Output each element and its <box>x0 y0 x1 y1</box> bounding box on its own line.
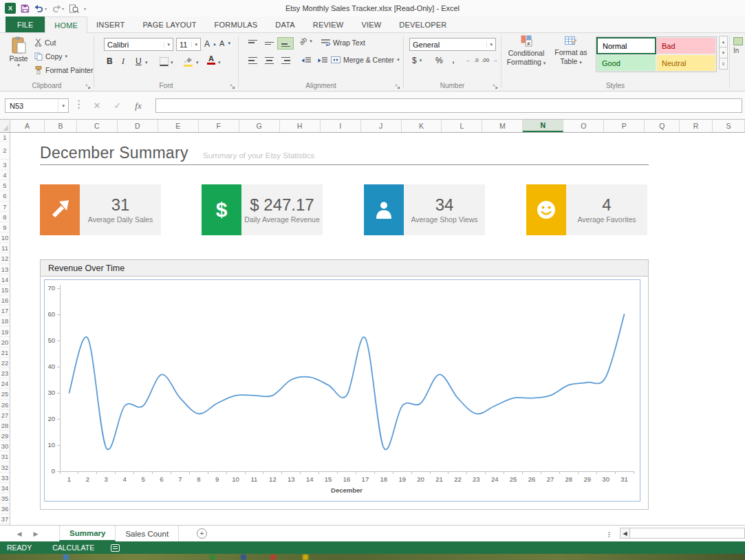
row-header-32[interactable]: 32 <box>0 462 10 473</box>
fill-color-button[interactable] <box>184 56 193 67</box>
paste-button[interactable]: Paste ▾ <box>6 36 32 68</box>
column-header-O[interactable]: O <box>563 120 604 132</box>
increase-decimal-button[interactable]: ←.0 <box>466 57 479 63</box>
formula-input[interactable] <box>155 98 742 113</box>
alignment-dialog-launcher-icon[interactable] <box>395 83 401 89</box>
save-button[interactable] <box>21 4 30 13</box>
row-header-4[interactable]: 4 <box>0 170 10 180</box>
scrollbar-track[interactable] <box>630 528 744 538</box>
row-header-26[interactable]: 26 <box>0 400 10 410</box>
shrink-font-button[interactable]: A▼ <box>219 39 231 47</box>
middle-align-button[interactable] <box>261 37 277 50</box>
bold-button[interactable]: B <box>107 56 113 66</box>
enter-button[interactable]: ✓ <box>109 98 127 113</box>
row-header-24[interactable]: 24 <box>0 378 10 389</box>
accounting-format-button[interactable]: $ ▾ <box>412 56 422 65</box>
row-header-28[interactable]: 28 <box>0 420 10 431</box>
font-color-button[interactable]: A <box>207 55 215 65</box>
format-painter-button[interactable]: Format Painter <box>34 66 93 74</box>
number-format-combo[interactable]: General▾ <box>409 38 496 51</box>
clipboard-dialog-launcher-icon[interactable] <box>85 83 91 89</box>
record-macro-icon[interactable] <box>111 544 120 552</box>
row-header-29[interactable]: 29 <box>0 431 10 441</box>
tab-insert[interactable]: INSERT <box>87 17 133 32</box>
undo-dropdown-icon[interactable]: ▾ <box>45 6 47 11</box>
align-right-button[interactable] <box>277 54 294 67</box>
row-header-21[interactable]: 21 <box>0 347 10 358</box>
formula-bar-splitter[interactable]: ••• <box>78 100 80 110</box>
row-header-10[interactable]: 10 <box>0 233 10 243</box>
row-header-1[interactable]: 1 <box>0 133 10 142</box>
column-header-B[interactable]: B <box>45 120 77 132</box>
undo-button[interactable]: ▾ <box>34 4 47 12</box>
conditional-formatting-button[interactable]: ≠ Conditional Formatting ▾ <box>504 35 548 67</box>
column-header-P[interactable]: P <box>604 120 645 132</box>
insert-function-button[interactable]: fx <box>129 98 147 113</box>
grow-font-button[interactable]: A▲ <box>204 39 217 49</box>
paste-dropdown-icon[interactable]: ▾ <box>17 63 20 68</box>
print-preview-button[interactable] <box>69 4 79 13</box>
new-sheet-button[interactable]: + <box>197 528 207 539</box>
row-header-14[interactable]: 14 <box>0 274 10 285</box>
italic-button[interactable]: I <box>122 56 125 67</box>
column-header-I[interactable]: I <box>321 120 361 132</box>
align-center-button[interactable] <box>261 54 277 67</box>
sheet-nav-right-icon[interactable]: ▶ <box>28 526 44 541</box>
row-header-17[interactable]: 17 <box>0 305 10 316</box>
copy-dropdown-icon[interactable]: ▾ <box>65 54 68 59</box>
font-color-dropdown-icon[interactable]: ▾ <box>218 60 221 65</box>
row-header-15[interactable]: 15 <box>0 285 10 295</box>
row-header-20[interactable]: 20 <box>0 337 10 347</box>
row-header-13[interactable]: 13 <box>0 264 10 274</box>
row-header-23[interactable]: 23 <box>0 368 10 378</box>
font-size-combo[interactable]: 11▾ <box>176 38 201 51</box>
customize-qat-icon[interactable]: ▾ <box>84 6 86 11</box>
tab-developer[interactable]: DEVELOPER <box>390 17 455 32</box>
column-header-S[interactable]: S <box>713 120 745 132</box>
cell-style-bad[interactable]: Bad <box>656 37 716 54</box>
percent-style-button[interactable]: % <box>435 56 443 65</box>
row-header-16[interactable]: 16 <box>0 295 10 305</box>
sheet-nav-left-icon[interactable]: ◀ <box>11 526 28 541</box>
row-header-30[interactable]: 30 <box>0 441 10 451</box>
tab-page-layout[interactable]: PAGE LAYOUT <box>133 17 205 32</box>
merge-center-dropdown-icon[interactable]: ▾ <box>397 57 400 63</box>
increase-indent-button[interactable] <box>314 54 331 67</box>
column-header-N[interactable]: N <box>523 120 563 132</box>
row-header-37[interactable]: 37 <box>0 514 10 524</box>
fill-color-dropdown-icon[interactable]: ▾ <box>196 60 199 65</box>
horizontal-scrollbar[interactable]: ◀ <box>620 528 745 539</box>
decrease-decimal-button[interactable]: .00→ <box>482 57 497 63</box>
underline-dropdown-icon[interactable]: ▾ <box>145 60 148 65</box>
name-box-dropdown-icon[interactable]: ▾ <box>58 99 68 112</box>
copy-button[interactable]: Copy ▾ <box>34 52 67 61</box>
row-header-2[interactable]: 2 <box>0 142 10 160</box>
tab-formulas[interactable]: FORMULAS <box>206 17 267 32</box>
wrap-text-button[interactable]: Wrap Text <box>321 39 365 47</box>
column-header-K[interactable]: K <box>402 120 442 132</box>
tab-bar-splitter[interactable]: ••• <box>608 526 610 542</box>
column-header-C[interactable]: C <box>77 120 118 132</box>
tab-file[interactable]: FILE <box>6 17 45 32</box>
font-name-combo[interactable]: Calibri▾ <box>104 38 173 51</box>
status-calculate[interactable]: CALCULATE <box>52 543 94 552</box>
cancel-button[interactable]: ✕ <box>88 98 106 113</box>
styles-scroll-up-icon[interactable]: ▲ <box>719 36 728 47</box>
column-header-F[interactable]: F <box>199 120 239 132</box>
borders-dropdown-icon[interactable]: ▾ <box>171 60 173 65</box>
row-header-8[interactable]: 8 <box>0 212 10 222</box>
row-header-3[interactable]: 3 <box>0 160 10 170</box>
column-header-M[interactable]: M <box>482 120 523 132</box>
row-header-5[interactable]: 5 <box>0 180 10 191</box>
scroll-left-icon[interactable]: ◀ <box>620 528 630 538</box>
column-header-L[interactable]: L <box>442 120 482 132</box>
redo-button[interactable]: ▾ <box>52 4 64 12</box>
insert-cells-icon[interactable] <box>733 37 743 45</box>
styles-more-icon[interactable]: ⊻ <box>719 58 728 69</box>
underline-button[interactable]: U <box>136 56 142 66</box>
redo-dropdown-icon[interactable]: ▾ <box>62 6 64 11</box>
row-header-36[interactable]: 36 <box>0 504 10 514</box>
name-box[interactable]: N53 ▾ <box>5 98 69 113</box>
sheet-tab-summary[interactable]: Summary <box>59 526 116 541</box>
row-header-7[interactable]: 7 <box>0 202 10 212</box>
